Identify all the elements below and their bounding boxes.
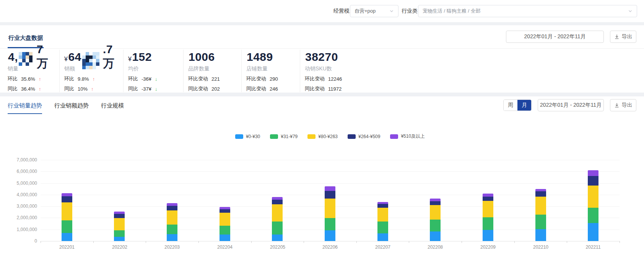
stat-compare-row: 同比36.4%↑ — [8, 85, 55, 92]
bar-segment — [167, 206, 177, 210]
stat-label: 动销SKU数 — [305, 65, 384, 72]
legend-item[interactable]: ¥510及以上 — [390, 133, 425, 140]
stat-block: 4,7万 销量 环比35.6%↑同比36.4%↑ — [8, 50, 60, 92]
bar-segment — [220, 213, 230, 226]
stacked-bar-202210[interactable] — [535, 189, 546, 241]
period-option-月[interactable]: 月 — [517, 100, 531, 111]
stacked-bar-202203[interactable] — [167, 203, 177, 241]
legend-swatch — [348, 134, 356, 139]
legend-item[interactable]: ¥80-¥263 — [307, 133, 338, 140]
x-axis-category-label: 202201 — [41, 244, 93, 250]
compare-value: 9.8% — [78, 76, 89, 82]
stat-rows: 环比-36¥↓同比-37¥↓ — [128, 75, 179, 92]
legend-swatch — [235, 134, 243, 139]
stacked-bar-202202[interactable] — [114, 212, 125, 241]
bar-segment — [430, 201, 441, 205]
bar-segment — [377, 204, 388, 208]
stat-compare-row: 同比变动202 — [188, 85, 237, 92]
trend-export-button[interactable]: 导出 — [610, 99, 636, 111]
compare-key: 同比变动 — [246, 85, 266, 92]
stat-block: 38270 动销SKU数 环比变动12246同比变动11972 — [300, 50, 388, 92]
bar-segment — [272, 204, 283, 222]
download-icon — [614, 34, 620, 39]
x-axis-category-label: 202206 — [304, 244, 356, 250]
stat-compare-row: 环比变动12246 — [305, 75, 384, 82]
business-mode-select[interactable]: 自营+pop — [350, 5, 398, 17]
arrow-up-icon: ↑ — [91, 86, 94, 92]
plot-area: 2022012022022022032022042022052022062022… — [41, 160, 620, 241]
date-range-button[interactable]: 2022年01月 - 2022年11月 — [506, 31, 604, 43]
period-option-周[interactable]: 周 — [504, 100, 517, 111]
stacked-bar-202209[interactable] — [483, 194, 493, 241]
bar-segment — [325, 230, 335, 241]
x-axis-tick — [462, 241, 462, 243]
bar-segment — [377, 233, 388, 241]
compare-value: 290 — [270, 76, 278, 82]
stacked-bar-202211[interactable] — [588, 170, 598, 241]
bar-segment — [325, 186, 335, 191]
stat-compare-row: 环比变动221 — [188, 75, 237, 82]
x-axis-tick — [251, 241, 252, 243]
y-axis-tick-label: 2,000,000 — [17, 215, 37, 221]
stacked-bar-202201[interactable] — [62, 193, 72, 241]
x-axis-category-label: 202211 — [567, 244, 620, 250]
bar-segment — [535, 197, 546, 215]
stat-prefix: 1006 — [189, 50, 215, 64]
stacked-bar-202208[interactable] — [430, 199, 441, 241]
x-axis-category-label: 202207 — [356, 244, 409, 250]
compare-key: 环比 — [64, 75, 74, 82]
compare-value: 11972 — [328, 86, 342, 92]
export-button[interactable]: 导出 — [610, 31, 636, 43]
stat-value: 1489 — [246, 50, 295, 64]
bar-segment — [114, 218, 125, 230]
bar-segment — [483, 230, 493, 241]
trend-date-range-button[interactable]: 2022年01月 - 2022年11月 — [538, 99, 604, 111]
bar-segment — [167, 225, 177, 234]
stat-rows: 环比变动221同比变动202 — [188, 75, 237, 92]
arrow-up-icon: ↑ — [39, 86, 41, 92]
gridline — [41, 171, 620, 172]
bar-segment — [62, 220, 72, 233]
chevron-down-icon — [628, 9, 633, 13]
x-axis-tick — [198, 241, 199, 243]
legend-item[interactable]: ¥31-¥79 — [270, 133, 298, 140]
bar-segment — [167, 210, 177, 225]
stacked-bar-202204[interactable] — [220, 207, 230, 241]
stat-compare-row: 环比-36¥↓ — [128, 75, 179, 82]
y-axis-tick-label: 4,000,000 — [17, 192, 37, 198]
compare-value: 10% — [78, 86, 88, 92]
stat-value: ¥64.7万 — [64, 50, 119, 64]
bar-segment — [430, 220, 441, 231]
stat-rows: 环比35.6%↑同比36.4%↑ — [8, 75, 55, 92]
x-axis-tick — [620, 241, 620, 243]
y-axis-tick-label: 3,000,000 — [17, 203, 37, 209]
tab-行业规模[interactable]: 行业规模 — [101, 96, 124, 114]
category-select[interactable]: 宠物生活 / 猫狗主粮 / 全部 — [418, 5, 637, 17]
legend-item[interactable]: ¥0-¥30 — [235, 133, 260, 140]
legend-item[interactable]: ¥264-¥509 — [348, 133, 380, 140]
stat-compare-row: 同比变动11972 — [305, 85, 384, 92]
stacked-bar-202206[interactable] — [325, 186, 335, 241]
compare-key: 环比变动 — [305, 75, 325, 82]
stat-rows: 环比9.8%↑同比10%↑ — [64, 75, 119, 92]
y-axis-tick-label: 1,000,000 — [17, 226, 37, 233]
arrow-up-icon: ↑ — [39, 76, 41, 82]
legend-label: ¥80-¥263 — [318, 134, 338, 139]
stacked-bar-202205[interactable] — [272, 197, 283, 241]
arrow-down-icon: ↓ — [155, 86, 158, 92]
business-mode-value: 自营+pop — [355, 8, 376, 15]
stat-block: ¥152 均价 环比-36¥↓同比-37¥↓ — [124, 50, 184, 92]
legend-swatch — [390, 134, 398, 139]
legend-swatch — [307, 134, 315, 139]
stacked-bar-202207[interactable] — [377, 202, 388, 241]
chart-legend: ¥0-¥30¥31-¥79¥80-¥263¥264-¥509¥510及以上 — [41, 133, 620, 140]
bar-segment — [430, 205, 441, 220]
bar-segment — [377, 222, 388, 233]
download-icon — [614, 103, 620, 108]
filter-bar: 经营模式 自营+pop 行业类目 宠物生活 / 猫狗主粮 / 全部 — [0, 0, 644, 22]
stats-row: 4,7万 销量 环比35.6%↑同比36.4%↑ ¥64.7万 销额 环比9.8… — [0, 49, 644, 92]
bar-segment — [220, 209, 230, 213]
tab-行业销额趋势[interactable]: 行业销额趋势 — [54, 96, 89, 114]
y-axis-labels: 01,000,0002,000,0003,000,0004,000,0005,0… — [0, 96, 37, 259]
bar-segment — [220, 235, 230, 241]
